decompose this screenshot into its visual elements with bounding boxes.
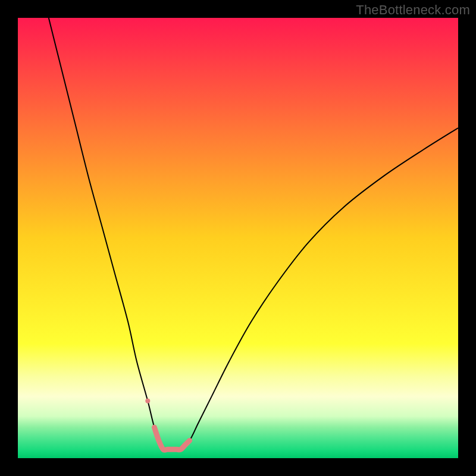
watermark-label: TheBottleneck.com <box>356 2 470 18</box>
plot-area <box>18 18 458 458</box>
chart-svg <box>18 18 458 458</box>
chart-background <box>18 18 458 458</box>
chart-frame: TheBottleneck.com <box>0 0 476 476</box>
best-fit-dot <box>145 399 150 403</box>
